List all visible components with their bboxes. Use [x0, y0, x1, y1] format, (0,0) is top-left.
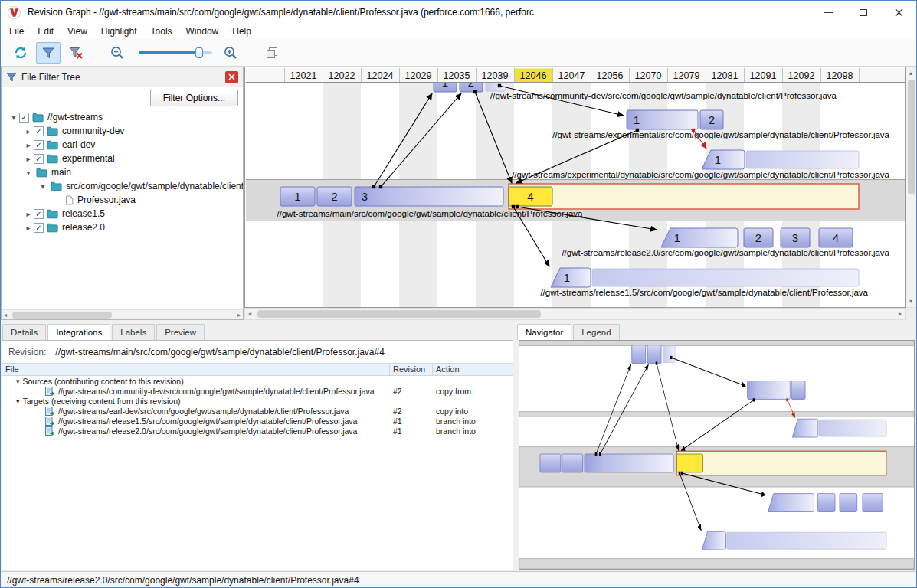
tree-item-release2.0[interactable]: ▸✓release2.0 [2, 220, 243, 234]
tree-item-professor.java[interactable]: Professor.java [2, 193, 243, 207]
navigator-tab-navigator[interactable]: Navigator [517, 324, 571, 340]
menu-edit[interactable]: Edit [31, 24, 61, 38]
menu-window[interactable]: Window [179, 24, 226, 38]
scroll-up-icon[interactable]: ▴ [909, 68, 912, 78]
tree-item-experimental[interactable]: ▸✓experimental [2, 152, 243, 165]
changelist-column-header[interactable]: 12021 [290, 70, 317, 81]
menu-help[interactable]: Help [225, 24, 258, 38]
tree-checkbox[interactable]: ✓ [34, 209, 44, 219]
scroll-left-icon[interactable]: ◂ [4, 310, 7, 320]
changelist-column-header[interactable]: 12079 [673, 70, 700, 81]
revision-node[interactable] [647, 345, 661, 364]
revision-node-selected[interactable] [676, 454, 702, 472]
integration-group-targets[interactable]: ▾Targets (receiving content from this re… [2, 396, 513, 406]
expand-arrow-icon[interactable]: ▸ [24, 141, 33, 149]
maximize-button[interactable] [846, 1, 881, 24]
integrations-tab-details[interactable]: Details [2, 324, 46, 340]
changelist-column-header[interactable]: 12092 [788, 70, 815, 81]
tree-checkbox[interactable]: ✓ [34, 140, 44, 150]
expand-arrow-icon[interactable]: ▸ [24, 127, 33, 136]
expand-arrow-icon[interactable]: ▸ [24, 210, 33, 218]
menu-tools[interactable]: Tools [144, 24, 179, 38]
tree-checkbox[interactable]: ✓ [19, 113, 29, 122]
revision-node[interactable] [791, 381, 805, 400]
tree-checkbox[interactable]: ✓ [34, 223, 44, 233]
menu-view[interactable]: View [61, 24, 94, 38]
integration-group-sources[interactable]: ▾Sources (contributing content to this r… [2, 376, 513, 386]
revision-node[interactable] [748, 381, 791, 400]
menu-highlight[interactable]: Highlight [94, 24, 144, 38]
integrations-tab-labels[interactable]: Labels [112, 324, 155, 340]
integrations-tab-preview[interactable]: Preview [156, 324, 205, 340]
tree-item-gwt-streams[interactable]: ▾✓//gwt-streams [2, 110, 243, 124]
changelist-column-header[interactable]: 12039 [482, 70, 509, 81]
revision-node[interactable] [355, 187, 503, 206]
tree-checkbox[interactable]: ✓ [34, 154, 44, 164]
navigator-minimap[interactable] [519, 341, 914, 569]
changelist-column-header[interactable]: 12022 [329, 70, 355, 81]
copy-graph-button[interactable] [260, 42, 284, 64]
integration-row[interactable]: //gwt-streams/earl-dev/src/com/google/gw… [2, 406, 513, 416]
revision-node[interactable] [863, 494, 883, 512]
integrations-column-file[interactable]: File [2, 364, 390, 375]
scroll-right-icon[interactable]: ▸ [237, 310, 241, 320]
revision-node-branch[interactable] [768, 494, 814, 512]
integration-row[interactable]: //gwt-streams/release1.5/src/com/google/… [2, 416, 513, 426]
zoom-out-button[interactable] [105, 42, 129, 64]
revision-node[interactable] [632, 345, 646, 364]
revision-graph-canvas[interactable]: 12//gwt-streams/community-dev/src/com/go… [246, 68, 905, 307]
scroll-right-icon[interactable]: ▸ [899, 309, 902, 318]
filter-tree-button[interactable] [36, 42, 61, 64]
graph-horizontal-scrollbar[interactable]: ◂ ▸ [244, 308, 906, 320]
revision-node[interactable] [585, 454, 673, 472]
graph-vertical-scrollbar[interactable]: ▴ ▾ [906, 67, 917, 308]
clear-filter-button[interactable] [64, 42, 88, 64]
tree-horizontal-scrollbar[interactable]: ◂ ▸ [2, 309, 243, 319]
zoom-slider-thumb[interactable] [195, 47, 203, 58]
changelist-column-header[interactable]: 12091 [750, 70, 777, 81]
integration-row[interactable]: //gwt-streams/release2.0/src/com/google/… [2, 426, 513, 436]
filter-options-button[interactable]: Filter Options... [150, 90, 238, 106]
tree-item-community-dev[interactable]: ▸✓community-dev [2, 124, 243, 138]
tree-item-main[interactable]: ▾main [2, 165, 243, 179]
integrations-column-revision[interactable]: Revision [390, 364, 433, 375]
close-button[interactable] [881, 1, 916, 24]
revision-node-branch[interactable] [661, 228, 738, 247]
changelist-column-header[interactable]: 12081 [712, 70, 739, 81]
expand-arrow-icon[interactable]: ▸ [24, 224, 33, 232]
graph-hscroll-thumb[interactable] [257, 310, 541, 318]
collapse-arrow-icon[interactable]: ▾ [9, 113, 18, 122]
revision-node[interactable] [817, 494, 835, 512]
refresh-button[interactable] [8, 42, 33, 64]
revision-node[interactable] [840, 494, 857, 512]
expand-arrow-icon[interactable]: ▸ [24, 155, 33, 163]
graph-vscroll-thumb[interactable] [908, 80, 915, 194]
group-collapse-arrow-icon[interactable]: ▾ [16, 377, 20, 385]
integrations-tab-integrations[interactable]: Integrations [47, 324, 110, 340]
changelist-column-header[interactable]: 12024 [367, 70, 394, 81]
zoom-in-button[interactable] [218, 42, 243, 64]
group-collapse-arrow-icon[interactable]: ▾ [16, 397, 20, 405]
changelist-column-header[interactable]: 12035 [444, 70, 470, 81]
changelist-column-header[interactable]: 12070 [635, 70, 662, 81]
revision-node[interactable] [540, 454, 561, 472]
scroll-down-icon[interactable]: ▾ [909, 296, 912, 306]
tree-item-src-com-google-gwt-sample-dynatable-client[interactable]: ▾src/com/google/gwt/sample/dynatable/cli… [2, 179, 243, 193]
changelist-column-header[interactable]: 12029 [405, 70, 432, 81]
menu-file[interactable]: File [2, 24, 31, 38]
changelist-column-header[interactable]: 12098 [827, 70, 853, 81]
changelist-column-header[interactable]: 12056 [597, 70, 624, 81]
tree-item-release1.5[interactable]: ▸✓release1.5 [2, 207, 243, 220]
minimize-button[interactable] [811, 1, 846, 24]
selected-revision-range[interactable] [676, 451, 886, 475]
selected-revision-range[interactable] [509, 184, 859, 209]
navigator-tab-legend[interactable]: Legend [573, 324, 619, 340]
tree-item-earl-dev[interactable]: ▸✓earl-dev [2, 138, 243, 152]
integrations-column-action[interactable]: Action [433, 364, 503, 375]
revision-node[interactable] [562, 454, 583, 472]
zoom-slider[interactable] [139, 46, 212, 60]
changelist-column-header[interactable]: 12047 [558, 70, 585, 81]
collapse-arrow-icon[interactable]: ▾ [38, 182, 47, 191]
changelist-column-header[interactable]: 12046 [520, 70, 547, 81]
filter-panel-close-button[interactable] [225, 71, 238, 83]
